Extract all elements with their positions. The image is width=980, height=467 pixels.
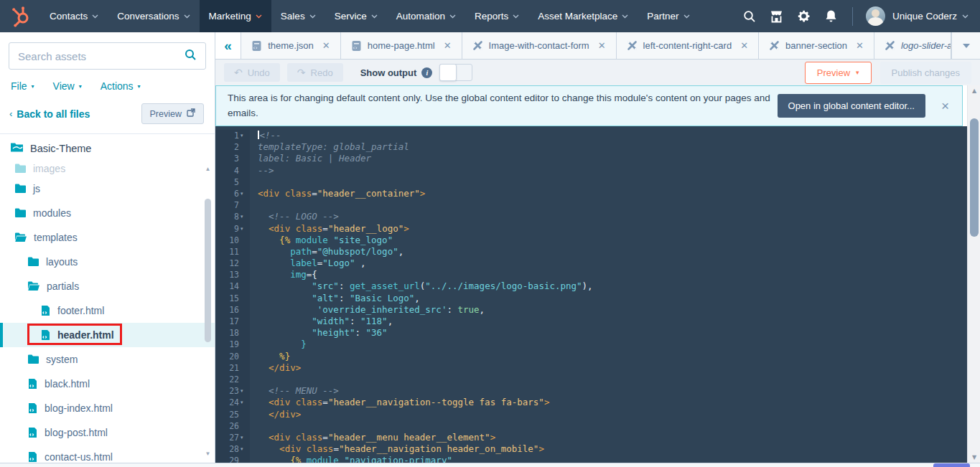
search-icon[interactable] — [185, 49, 197, 64]
info-icon[interactable]: i — [421, 67, 432, 78]
code-line[interactable]: 28▾ <div class="header__navigation heade… — [215, 443, 967, 455]
preview-button[interactable]: Preview ▾ — [805, 62, 872, 84]
code-line[interactable]: 22 — [215, 374, 967, 385]
tree-item-header-html[interactable]: header.html — [0, 323, 215, 347]
code-line[interactable]: 25 </div> — [215, 409, 967, 420]
nav-item-automation[interactable]: Automation — [387, 0, 465, 32]
code-line[interactable]: 18 "height": "36" — [215, 327, 967, 339]
tab-close-icon[interactable]: ✕ — [322, 40, 330, 51]
code-line[interactable]: 21 </div> — [215, 362, 967, 374]
nav-item-partner[interactable]: Partner — [638, 0, 699, 32]
avatar[interactable] — [866, 6, 885, 26]
tree-item-partials[interactable]: partials — [0, 274, 215, 298]
tab-close-icon[interactable]: ✕ — [444, 40, 452, 51]
fold-arrow-icon[interactable]: ▾ — [241, 385, 247, 397]
editor-scrollbar-thumb[interactable] — [970, 118, 979, 237]
search-icon[interactable] — [736, 0, 763, 32]
help-button[interactable]: Help — [933, 463, 970, 467]
code-line[interactable]: 9▾ <div class="header__logo"> — [215, 223, 967, 235]
nav-item-asset-marketplace[interactable]: Asset Marketplace — [528, 0, 638, 32]
code-line[interactable]: 11 path="@hubspot/logo", — [215, 246, 967, 258]
code-line[interactable]: 23▾ <!-- MENU --> — [215, 385, 967, 397]
banner-close-icon[interactable]: × — [938, 98, 952, 114]
code-line[interactable]: 26 — [215, 420, 967, 432]
code-line[interactable]: 29 {% module "navigation-primary" — [215, 455, 967, 463]
nav-item-conversations[interactable]: Conversations — [108, 0, 199, 32]
code-editor[interactable]: 1▾<!--2templateType: global_partial3labe… — [215, 126, 967, 463]
editor-scrollbar[interactable]: ▲ ▼ — [967, 85, 980, 463]
tree-item-footer-html[interactable]: footer.html — [0, 298, 215, 323]
tree-item-blog-post-html[interactable]: blog-post.html — [0, 420, 215, 445]
tree-item-blog-index-html[interactable]: blog-index.html — [0, 396, 215, 420]
redo-button[interactable]: ↷ Redo — [287, 63, 343, 82]
code-line[interactable]: 3label: Basic | Header — [215, 153, 967, 164]
tree-item-system[interactable]: system — [0, 347, 215, 372]
fold-arrow-icon[interactable]: ▾ — [241, 211, 247, 222]
tab-image-with-contact-form[interactable]: Image-with-contact-form✕ — [462, 32, 617, 59]
tab-banner-section[interactable]: banner-section✕ — [759, 32, 874, 59]
tree-item-black-html[interactable]: black.html — [0, 372, 215, 396]
search-input[interactable] — [18, 50, 185, 62]
code-line[interactable]: 13 img={ — [215, 269, 967, 280]
scroll-up-icon[interactable]: ▲ — [205, 166, 211, 172]
code-line[interactable]: 14 "src": get_asset_url("../../images/lo… — [215, 280, 967, 292]
undo-button[interactable]: ↶ Undo — [224, 63, 280, 82]
nav-item-sales[interactable]: Sales — [271, 0, 325, 32]
sidebar-preview-button[interactable]: Preview — [141, 103, 204, 124]
code-line[interactable]: 27▾ <div class="header__menu header__ele… — [215, 432, 967, 443]
nav-item-reports[interactable]: Reports — [465, 0, 528, 32]
notifications-icon[interactable] — [818, 0, 845, 32]
account-menu[interactable]: Unique Coderz — [892, 11, 980, 22]
code-line[interactable]: 17 "width": "118", — [215, 316, 967, 327]
tab-logo-slider-autopla[interactable]: logo-slider-autopla — [874, 32, 951, 59]
tab-overflow-button[interactable] — [951, 32, 980, 59]
tree-item-templates[interactable]: templates — [0, 225, 215, 250]
code-line[interactable]: 10 {% module "site_logo" — [215, 235, 967, 246]
asset-search[interactable] — [9, 42, 206, 70]
sidebar-scrollbar[interactable]: ▲ ▼ — [203, 166, 213, 457]
code-line[interactable]: 12 label="Logo" , — [215, 258, 967, 269]
code-line[interactable]: 7 — [215, 199, 967, 211]
scrollbar-thumb[interactable] — [205, 199, 211, 342]
code-line[interactable]: 15 "alt": "Basic Logo", — [215, 293, 967, 304]
show-output-toggle[interactable] — [439, 64, 472, 81]
tab-theme-json[interactable]: theme.json✕ — [241, 32, 341, 59]
editor-scroll-up-icon[interactable]: ▲ — [968, 88, 980, 94]
hubspot-logo-icon[interactable] — [9, 6, 33, 27]
menu-view[interactable]: View▾ — [53, 80, 82, 92]
code-line[interactable]: 19 } — [215, 339, 967, 350]
scroll-down-icon[interactable]: ▼ — [205, 451, 211, 457]
code-line[interactable]: 4--> — [215, 165, 967, 176]
fold-arrow-icon[interactable]: ▾ — [241, 397, 247, 408]
code-line[interactable]: 6▾<div class="header__container"> — [215, 188, 967, 199]
fold-arrow-icon[interactable]: ▾ — [241, 188, 247, 199]
tab-close-icon[interactable]: ✕ — [856, 40, 864, 51]
tab-close-icon[interactable]: ✕ — [740, 40, 748, 51]
tree-item-js[interactable]: js — [0, 176, 215, 201]
code-line[interactable]: 8▾ <!-- LOGO --> — [215, 211, 967, 222]
tree-item-modules[interactable]: modules — [0, 201, 215, 225]
marketplace-icon[interactable] — [763, 0, 790, 32]
fold-arrow-icon[interactable]: ▾ — [241, 130, 247, 141]
code-line[interactable]: 2templateType: global_partial — [215, 141, 967, 153]
code-line[interactable]: 16 'override_inherited_src': true, — [215, 304, 967, 316]
tree-item-images[interactable]: images — [0, 161, 215, 176]
tab-home-page-html[interactable]: home-page.html✕ — [341, 32, 462, 59]
code-line[interactable]: 20 %} — [215, 351, 967, 362]
tab-left-content-right-card[interactable]: left-content-right-card✕ — [617, 32, 759, 59]
fold-arrow-icon[interactable]: ▾ — [241, 223, 247, 235]
editor-scroll-down-icon[interactable]: ▼ — [968, 454, 980, 461]
code-line[interactable]: 24▾ <div class="header__navigation--togg… — [215, 397, 967, 408]
settings-icon[interactable] — [790, 0, 818, 32]
back-to-all-files-link[interactable]: ‹ Back to all files — [9, 108, 90, 120]
collapse-sidebar-button[interactable]: « — [215, 32, 241, 59]
tab-close-icon[interactable]: ✕ — [598, 40, 606, 51]
fold-arrow-icon[interactable]: ▾ — [241, 432, 247, 443]
nav-item-service[interactable]: Service — [325, 0, 387, 32]
nav-item-contacts[interactable]: Contacts — [40, 0, 108, 32]
publish-changes-button[interactable]: Publish changes — [880, 62, 971, 84]
code-line[interactable]: 5 — [215, 176, 967, 188]
toggle-knob[interactable] — [439, 64, 457, 81]
theme-root-row[interactable]: Basic-Theme — [0, 134, 215, 161]
fold-arrow-icon[interactable]: ▾ — [241, 443, 247, 455]
